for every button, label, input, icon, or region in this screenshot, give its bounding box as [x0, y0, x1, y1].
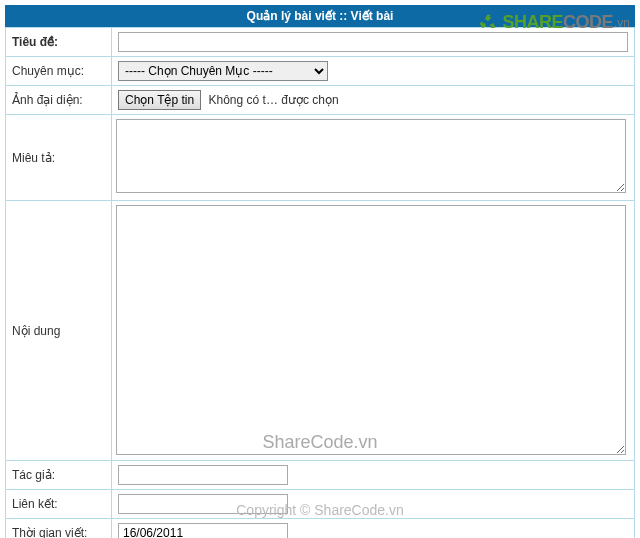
link-input[interactable] [118, 494, 288, 514]
content-textarea[interactable] [116, 205, 626, 455]
page-header: Quản lý bài viết :: Viết bài [5, 5, 635, 27]
author-input[interactable] [118, 465, 288, 485]
label-category: Chuyên mục: [6, 57, 112, 86]
description-textarea[interactable] [116, 119, 626, 193]
file-status-text: Không có t… được chọn [209, 93, 339, 107]
page-title: Quản lý bài viết :: Viết bài [247, 9, 394, 23]
time-input[interactable] [118, 523, 288, 538]
label-title: Tiêu đề: [6, 28, 112, 57]
choose-file-button[interactable]: Chọn Tệp tin [118, 90, 201, 110]
label-content: Nội dung [6, 201, 112, 461]
label-avatar: Ảnh đại diện: [6, 86, 112, 115]
title-input[interactable] [118, 32, 628, 52]
label-link: Liên kết: [6, 490, 112, 519]
form-table: Tiêu đề: Chuyên mục: ----- Chọn Chuyên M… [5, 27, 635, 538]
label-description: Miêu tả: [6, 115, 112, 201]
label-author: Tác giả: [6, 461, 112, 490]
category-select[interactable]: ----- Chọn Chuyên Mục ----- [118, 61, 328, 81]
label-time: Thời gian viết: [6, 519, 112, 539]
